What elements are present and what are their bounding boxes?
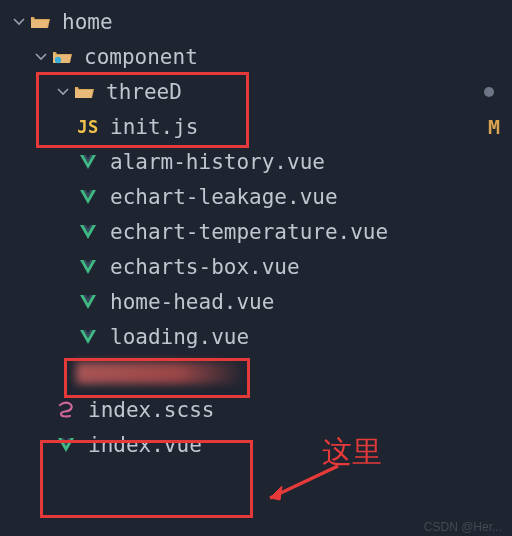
- chevron-down-icon: [10, 16, 28, 28]
- file-index-vue[interactable]: index.vue: [0, 427, 512, 462]
- watermark: CSDN @Her...: [424, 520, 502, 534]
- file-label: index.vue: [88, 433, 202, 457]
- file-label: echart-leakage.vue: [110, 185, 338, 209]
- file-index-scss[interactable]: index.scss: [0, 392, 512, 427]
- file-home-head[interactable]: home-head.vue: [0, 284, 512, 319]
- folder-open-icon: [72, 83, 96, 101]
- git-modified-badge: M: [488, 115, 500, 139]
- file-init-js[interactable]: JS init.js M: [0, 109, 512, 144]
- folder-home[interactable]: home: [0, 4, 512, 39]
- file-alarm-history[interactable]: alarm-history.vue: [0, 144, 512, 179]
- folder-label: component: [84, 45, 198, 69]
- js-file-icon: JS: [76, 117, 100, 137]
- file-loading[interactable]: loading.vue: [0, 319, 512, 354]
- file-label: home-head.vue: [110, 290, 274, 314]
- vue-file-icon: [54, 436, 78, 454]
- folder-open-icon: [28, 13, 52, 31]
- vue-file-icon: [76, 293, 100, 311]
- vue-file-icon: [76, 153, 100, 171]
- folder-threeD[interactable]: threeD: [0, 74, 512, 109]
- folder-label: home: [62, 10, 113, 34]
- file-label: echarts-box.vue: [110, 255, 300, 279]
- folder-label: threeD: [106, 80, 182, 104]
- folder-open-marked-icon: [50, 48, 74, 66]
- file-tree: home component threeD JS init.js M alarm…: [0, 0, 512, 462]
- chevron-down-icon: [32, 51, 50, 63]
- file-label: echart-temperature.vue: [110, 220, 388, 244]
- file-label: index.scss: [88, 398, 214, 422]
- vue-file-icon: [76, 258, 100, 276]
- vue-file-icon: [76, 223, 100, 241]
- chevron-down-icon: [54, 86, 72, 98]
- vue-file-icon: [76, 188, 100, 206]
- sass-file-icon: [54, 401, 78, 419]
- annotation-arrow-icon: [256, 460, 346, 510]
- file-echart-temperature[interactable]: echart-temperature.vue: [0, 214, 512, 249]
- file-label: loading.vue: [110, 325, 249, 349]
- file-label: alarm-history.vue: [110, 150, 325, 174]
- file-echart-leakage[interactable]: echart-leakage.vue: [0, 179, 512, 214]
- git-dirty-dot-icon: [484, 87, 494, 97]
- redacted-file: [76, 362, 246, 384]
- vue-file-icon: [76, 328, 100, 346]
- file-label: init.js: [110, 115, 199, 139]
- file-echarts-box[interactable]: echarts-box.vue: [0, 249, 512, 284]
- folder-component[interactable]: component: [0, 39, 512, 74]
